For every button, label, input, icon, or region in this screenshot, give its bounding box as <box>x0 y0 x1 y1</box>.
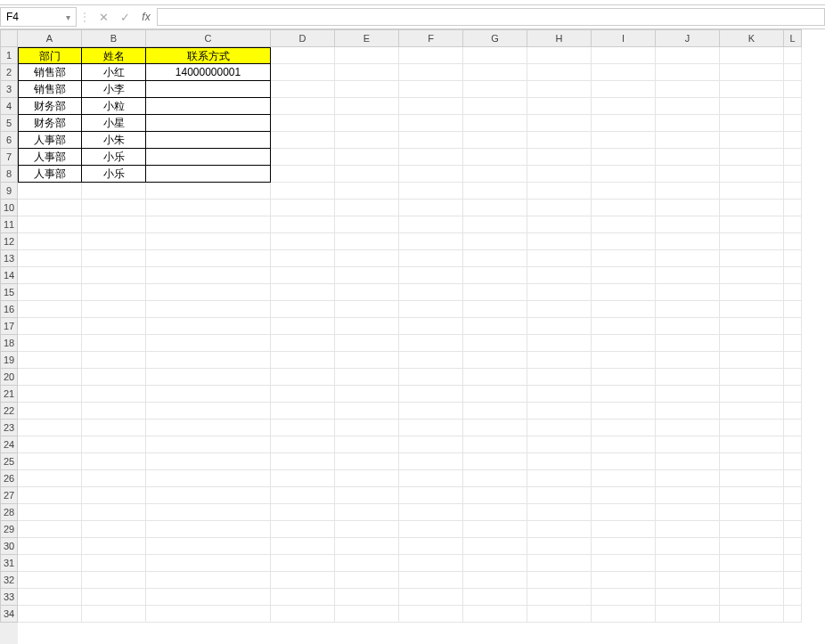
cell[interactable] <box>271 521 335 538</box>
cell[interactable] <box>335 420 399 436</box>
cell[interactable] <box>463 606 527 623</box>
cell[interactable] <box>592 504 656 521</box>
cell[interactable] <box>82 386 146 403</box>
cell[interactable] <box>720 504 784 521</box>
cell[interactable] <box>335 183 399 200</box>
cell[interactable] <box>18 521 82 538</box>
name-box[interactable]: F4 ▾ <box>0 7 77 27</box>
cell[interactable] <box>720 589 784 606</box>
cell[interactable] <box>463 200 527 216</box>
cell[interactable] <box>720 284 784 301</box>
cell[interactable] <box>399 572 463 589</box>
cell[interactable] <box>784 267 802 284</box>
cell[interactable] <box>18 200 82 216</box>
cell[interactable] <box>146 132 271 149</box>
cell[interactable] <box>82 521 146 538</box>
cell[interactable] <box>592 386 656 403</box>
cell[interactable] <box>18 436 82 453</box>
cell[interactable] <box>592 47 656 64</box>
cell[interactable] <box>18 233 82 250</box>
cell[interactable] <box>82 183 146 200</box>
cell[interactable] <box>271 216 335 233</box>
cell[interactable] <box>656 318 720 335</box>
cell[interactable] <box>463 436 527 453</box>
cell[interactable] <box>335 606 399 623</box>
cell[interactable] <box>720 538 784 555</box>
cell[interactable] <box>335 250 399 267</box>
row-header[interactable]: 22 <box>0 403 18 420</box>
cell[interactable]: 部门 <box>18 47 82 64</box>
cell[interactable] <box>784 589 802 606</box>
cell[interactable] <box>82 369 146 386</box>
column-header[interactable]: B <box>82 29 146 47</box>
cell[interactable] <box>146 555 271 572</box>
cell[interactable] <box>527 216 592 233</box>
cell[interactable] <box>146 403 271 420</box>
cell[interactable] <box>527 572 592 589</box>
cell[interactable] <box>335 470 399 487</box>
column-header[interactable]: D <box>271 29 335 47</box>
cell[interactable] <box>592 81 656 98</box>
cell[interactable] <box>146 81 271 98</box>
cell[interactable] <box>592 250 656 267</box>
row-header[interactable]: 12 <box>0 233 18 250</box>
cell[interactable] <box>656 81 720 98</box>
cell[interactable] <box>784 250 802 267</box>
row-header[interactable]: 2 <box>0 64 18 81</box>
cell[interactable] <box>463 335 527 352</box>
cell[interactable] <box>335 98 399 115</box>
cell[interactable] <box>720 403 784 420</box>
row-header[interactable]: 32 <box>0 572 18 589</box>
cell[interactable] <box>271 267 335 284</box>
cell[interactable] <box>592 589 656 606</box>
row-header[interactable]: 16 <box>0 301 18 318</box>
cell[interactable] <box>335 216 399 233</box>
row-header[interactable]: 21 <box>0 386 18 403</box>
cell[interactable] <box>399 606 463 623</box>
cell[interactable] <box>592 200 656 216</box>
cell[interactable] <box>527 606 592 623</box>
cell[interactable] <box>784 47 802 64</box>
cell[interactable] <box>146 589 271 606</box>
cell[interactable] <box>784 538 802 555</box>
cell[interactable] <box>527 166 592 183</box>
cell[interactable] <box>720 572 784 589</box>
cell[interactable] <box>527 81 592 98</box>
cell[interactable] <box>592 453 656 470</box>
cell[interactable] <box>720 352 784 369</box>
cell[interactable] <box>146 538 271 555</box>
cell[interactable] <box>146 200 271 216</box>
cell[interactable] <box>463 318 527 335</box>
cell[interactable] <box>146 98 271 115</box>
row-header[interactable]: 17 <box>0 318 18 335</box>
cell[interactable] <box>463 453 527 470</box>
cell[interactable] <box>399 335 463 352</box>
cell[interactable] <box>527 115 592 132</box>
cell[interactable]: 小李 <box>82 81 146 98</box>
cell[interactable] <box>18 386 82 403</box>
cell[interactable] <box>592 233 656 250</box>
column-header[interactable]: K <box>720 29 784 47</box>
cell[interactable]: 姓名 <box>82 47 146 64</box>
cancel-icon[interactable]: ✕ <box>93 11 114 24</box>
cell[interactable] <box>720 166 784 183</box>
cell[interactable] <box>399 555 463 572</box>
cell[interactable] <box>720 47 784 64</box>
cell[interactable] <box>335 64 399 81</box>
cell[interactable] <box>271 555 335 572</box>
cell[interactable] <box>784 200 802 216</box>
select-all-corner[interactable] <box>0 29 18 47</box>
cell[interactable] <box>335 200 399 216</box>
cell[interactable] <box>335 369 399 386</box>
cell[interactable] <box>527 335 592 352</box>
cell[interactable] <box>463 352 527 369</box>
cell[interactable] <box>463 284 527 301</box>
cell[interactable] <box>592 267 656 284</box>
cell[interactable] <box>656 436 720 453</box>
cell[interactable] <box>18 589 82 606</box>
cell[interactable] <box>399 504 463 521</box>
cell[interactable] <box>656 538 720 555</box>
cell[interactable] <box>463 81 527 98</box>
cell[interactable] <box>399 115 463 132</box>
cell[interactable] <box>82 589 146 606</box>
